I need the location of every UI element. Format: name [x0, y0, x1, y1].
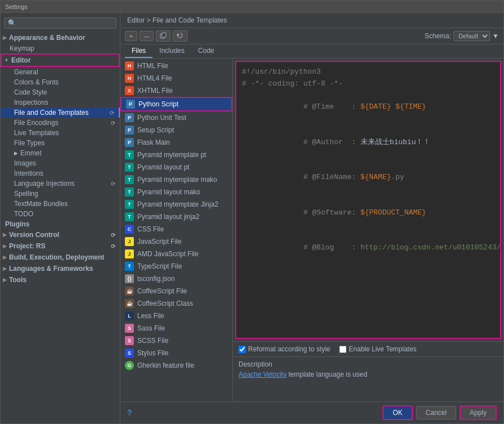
pyramid-layout-pt-icon: T	[125, 163, 134, 172]
sidebar-item-colors-fonts[interactable]: Colors & Fonts	[1, 77, 120, 87]
file-item-typescript[interactable]: T TypeScript File	[120, 260, 232, 273]
copy-button[interactable]	[156, 30, 170, 42]
tab-code[interactable]: Code	[191, 44, 221, 58]
file-item-python-unit-test[interactable]: P Python Unit Test	[120, 111, 232, 124]
description-text: Apache Velocity template language is use…	[238, 371, 498, 378]
scss-icon: S	[125, 336, 134, 345]
sidebar-item-languages-frameworks[interactable]: ▶ Languages & Frameworks	[1, 263, 120, 274]
tab-files[interactable]: Files	[125, 44, 152, 58]
window-title: Settings	[5, 3, 28, 10]
arrow-icon-project: ▶	[3, 243, 7, 249]
sidebar-item-tools[interactable]: ▶ Tools	[1, 274, 120, 285]
file-item-gherkin[interactable]: G Gherkin feature file	[120, 359, 232, 372]
sidebar-item-live-templates[interactable]: Live Templates	[1, 128, 120, 138]
pyramid-jinja2-icon: T	[125, 200, 134, 209]
right-panel: Editor > File and Code Templates + —	[120, 13, 503, 423]
code-line-1: #!/usr/bin/python3	[242, 66, 494, 78]
reset-button[interactable]	[173, 30, 187, 42]
ok-button[interactable]: OK	[382, 405, 412, 420]
file-item-pyramid-layout-jinja2[interactable]: T Pyramid layout jinja2	[120, 211, 232, 223]
sidebar-search-input[interactable]	[8, 19, 112, 27]
file-item-css[interactable]: C CSS File	[120, 223, 232, 235]
sidebar-item-intentions[interactable]: Intentions	[1, 168, 120, 178]
toolbar: + — Schema: Defaul	[120, 28, 503, 44]
file-item-scss[interactable]: S SCSS File	[120, 334, 232, 347]
tab-includes[interactable]: Includes	[152, 44, 191, 58]
sidebar-item-file-code-templates[interactable]: File and Code Templates ⟳	[1, 108, 120, 118]
sidebar-item-spelling[interactable]: Spelling	[1, 189, 120, 199]
sidebar-search-container[interactable]	[4, 17, 116, 29]
sidebar: ▶ Appearance & Behavior Keymap ▼ Editor …	[1, 13, 120, 423]
sidebar-item-inspections[interactable]: Inspections	[1, 97, 120, 108]
schema-select[interactable]: Default	[453, 31, 490, 41]
sidebar-item-textmate-bundles[interactable]: TextMate Bundles	[1, 199, 120, 209]
breadcrumb: Editor > File and Code Templates	[120, 13, 503, 28]
reformat-checkbox-label[interactable]: Reformat according to style	[238, 345, 330, 353]
sidebar-item-code-style[interactable]: Code Style	[1, 87, 120, 97]
file-item-tsconfig[interactable]: {} tsconfig.json	[120, 273, 232, 285]
sidebar-item-file-encodings[interactable]: File Encodings ⟳	[1, 118, 120, 128]
file-item-javascript[interactable]: J JavaScript File	[120, 235, 232, 248]
apply-button[interactable]: Apply	[460, 405, 497, 420]
file-item-sass[interactable]: S Sass File	[120, 322, 232, 334]
live-templates-checkbox[interactable]	[339, 346, 346, 353]
file-item-coffeescript-class[interactable]: ☕ CoffeeScript Class	[120, 297, 232, 310]
sidebar-item-images[interactable]: Images	[1, 158, 120, 168]
pyramid-pt-icon: T	[125, 150, 134, 159]
sidebar-item-language-injections[interactable]: Language Injections ⟳	[1, 178, 120, 189]
bottom-bar: ? OK Cancel Apply	[120, 401, 503, 423]
description-panel: Description Apache Velocity template lan…	[233, 356, 503, 401]
file-item-html[interactable]: H HTML File	[120, 60, 232, 72]
sidebar-item-version-control[interactable]: ▶ Version Control ⟳	[1, 229, 120, 240]
file-item-setup-script[interactable]: P Setup Script	[120, 124, 232, 136]
setup-icon: P	[125, 126, 134, 135]
arrow-icon-editor: ▼	[4, 57, 9, 63]
python-unit-icon: P	[125, 113, 134, 122]
help-button[interactable]: ?	[127, 408, 132, 417]
file-item-less[interactable]: L Less File	[120, 310, 232, 322]
cancel-button[interactable]: Cancel	[416, 406, 456, 419]
file-item-amd-js[interactable]: J AMD JavaScript File	[120, 248, 232, 260]
ts-icon: T	[125, 262, 134, 271]
html4-icon: H	[125, 74, 134, 83]
sync-icon-encodings: ⟳	[111, 120, 115, 126]
file-item-coffeescript[interactable]: ☕ CoffeeScript File	[120, 285, 232, 297]
sidebar-item-file-types[interactable]: File Types	[1, 138, 120, 148]
svg-marker-2	[177, 33, 179, 35]
file-item-pyramid-mako[interactable]: T Pyramid mytemplate mako	[120, 173, 232, 186]
file-item-pyramid-layout-pt[interactable]: T Pyramid layout pt	[120, 161, 232, 173]
reset-icon	[177, 32, 183, 39]
apache-velocity-link[interactable]: Apache Velocity	[238, 371, 286, 378]
schema-section: Schema: Default ▼	[425, 31, 499, 41]
sidebar-item-build-execution[interactable]: ▶ Build, Execution, Deployment	[1, 252, 120, 263]
reformat-checkbox[interactable]	[238, 346, 246, 353]
file-item-flask-main[interactable]: P Flask Main	[120, 136, 232, 149]
file-item-pyramid-pt[interactable]: T Pyramid mytemplate pt	[120, 149, 232, 161]
flask-icon: P	[125, 138, 134, 147]
sidebar-item-keymap[interactable]: Keymap	[1, 43, 120, 53]
sidebar-item-todo[interactable]: TODO	[1, 209, 120, 219]
file-item-stylus[interactable]: S Stylus File	[120, 347, 232, 359]
code-editor[interactable]: #!/usr/bin/python3 # -*- coding: utf-8 -…	[235, 61, 501, 339]
pyramid-layout-jinja2-icon: T	[125, 212, 134, 221]
add-button[interactable]: +	[125, 31, 137, 41]
sidebar-item-general[interactable]: General	[1, 67, 120, 77]
sidebar-item-editor[interactable]: ▼ Editor	[1, 53, 120, 67]
sidebar-item-emmet[interactable]: ▶ Emmet	[1, 148, 120, 158]
file-item-xhtml[interactable]: X XHTML File	[120, 84, 232, 97]
remove-button[interactable]: —	[140, 31, 154, 41]
settings-window: Settings ▶ Appearance & Behavior Keymap …	[0, 0, 504, 424]
sync-icon: ⟳	[110, 110, 114, 116]
file-item-pyramid-jinja2[interactable]: T Pyramid mytemplate Jinja2	[120, 198, 232, 211]
file-list: H HTML File H HTML4 File X XHTML File P	[120, 59, 233, 401]
file-item-html4[interactable]: H HTML4 File	[120, 72, 232, 84]
file-item-python-script[interactable]: P Python Script	[120, 97, 232, 111]
live-templates-checkbox-label[interactable]: Enable Live Templates	[339, 345, 417, 353]
file-item-pyramid-layout-mako[interactable]: T Pyramid layout mako	[120, 186, 232, 198]
code-line-4: # @Author : 未来战士biubiu！！	[242, 125, 494, 160]
sidebar-section-editor: ▼ Editor General Colors & Fonts Code Sty…	[1, 53, 120, 219]
sidebar-item-plugins[interactable]: Plugins	[1, 219, 120, 229]
sidebar-item-appearance[interactable]: ▶ Appearance & Behavior	[1, 32, 120, 43]
code-area: #!/usr/bin/python3 # -*- coding: utf-8 -…	[233, 59, 503, 401]
sidebar-item-project-rs[interactable]: ▶ Project: RS ⟳	[1, 240, 120, 252]
